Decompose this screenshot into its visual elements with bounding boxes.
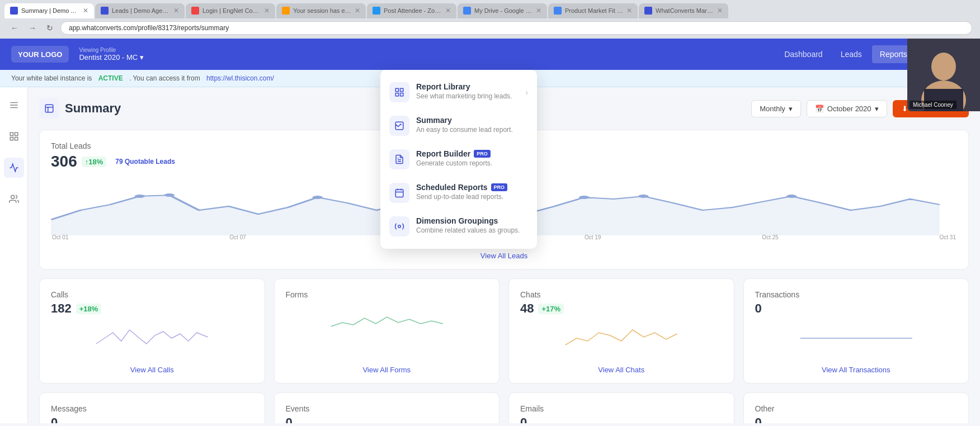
transactions-number: 0 <box>755 301 958 316</box>
back-button[interactable]: ← <box>8 22 21 34</box>
tab-engnet[interactable]: Login | EngNet Connect ✕ <box>186 3 275 18</box>
svg-point-25 <box>135 195 145 198</box>
calls-value: 182 <box>51 301 72 316</box>
view-all-leads-link[interactable]: View All Leads <box>480 252 527 260</box>
tab-close-session[interactable]: ✕ <box>355 7 360 15</box>
tab-close-wc[interactable]: ✕ <box>717 7 723 15</box>
tab-leads[interactable]: Leads | Demo Agency ✕ <box>95 3 185 18</box>
tab-whatconverts[interactable]: WhatConverts Marketi... ✕ <box>639 3 728 18</box>
logo-area: YOUR LOGO Viewing Profile Dentist 2020 -… <box>11 46 144 63</box>
view-all-forms-link[interactable]: View All Forms <box>362 366 411 374</box>
nav-leads[interactable]: Leads <box>833 45 870 63</box>
messages-value: 0 <box>51 415 58 423</box>
tab-label-engnet: Login | EngNet Connect <box>202 7 261 14</box>
card-transactions: Transactions 0 View All Transactions <box>743 278 969 384</box>
tab-close-drive[interactable]: ✕ <box>536 7 541 15</box>
tab-favicon-wc <box>644 7 652 15</box>
page-title-area: Summary <box>39 98 121 119</box>
dropdown-dimension-groupings[interactable]: Dimension Groupings Combine related valu… <box>380 210 537 243</box>
url-display: app.whatconverts.com/profile/83173/repor… <box>69 24 229 32</box>
summary-icon <box>389 116 409 136</box>
dropdown-summary[interactable]: Summary An easy to consume lead report. <box>380 109 537 143</box>
sidebar-menu-icon[interactable] <box>4 95 24 115</box>
tab-label-wc: WhatConverts Marketi... <box>656 7 714 14</box>
calls-chart-svg <box>51 321 253 355</box>
tab-label-zoom: Post Attendee - Zoom <box>384 7 442 14</box>
profile-name-text: Dentist 2020 - MC <box>79 53 138 61</box>
tab-zoom[interactable]: Post Attendee - Zoom ✕ <box>367 3 456 18</box>
tab-favicon-zoom <box>373 7 380 15</box>
card-emails: Emails 0 View All Emails <box>508 392 734 423</box>
alert-active-badge: ACTIVE <box>98 74 123 82</box>
svg-rect-21 <box>10 138 13 140</box>
tab-drive[interactable]: My Drive - Google Drive ✕ <box>458 3 547 18</box>
nav-reports-label: Reports <box>880 50 907 59</box>
svg-point-29 <box>579 196 590 199</box>
svg-rect-3 <box>401 93 403 96</box>
forward-button[interactable]: → <box>26 22 39 34</box>
chats-chart-svg <box>520 321 723 355</box>
date-label: October 2020 <box>827 105 871 113</box>
period-button[interactable]: Monthly ▾ <box>751 100 801 117</box>
report-library-text: Report Library See what marketing bring … <box>416 82 519 100</box>
tab-product[interactable]: Product Market Fit - Goo... ✕ <box>548 3 638 18</box>
nav-dashboard[interactable]: Dashboard <box>776 45 831 63</box>
total-leads-percent: ↑18% <box>82 157 107 167</box>
svg-point-31 <box>786 195 797 198</box>
report-builder-desc: Generate custom reports. <box>416 159 528 167</box>
tab-session[interactable]: Your session has expired... ✕ <box>276 3 366 18</box>
chart-label-oct07: Oct 07 <box>229 234 246 240</box>
dimension-groupings-label: Dimension Groupings <box>416 216 528 225</box>
transactions-chart-svg <box>755 321 958 355</box>
sidebar-users-icon[interactable] <box>4 189 24 209</box>
tab-close-leads[interactable]: ✕ <box>173 7 179 15</box>
tab-favicon-session <box>282 7 290 15</box>
calls-percent: +18% <box>76 304 102 314</box>
emails-number: 0 <box>520 415 723 423</box>
svg-point-27 <box>312 196 323 199</box>
tab-summary[interactable]: Summary | Demo Agency ✕ <box>4 3 94 18</box>
tab-close-engnet[interactable]: ✕ <box>264 7 270 15</box>
viewing-profile-label: Viewing Profile <box>79 47 144 53</box>
tab-label-drive: My Drive - Google Drive <box>474 7 533 14</box>
date-button[interactable]: 📅 October 2020 ▾ <box>807 100 887 117</box>
svg-point-30 <box>638 195 649 198</box>
view-all-calls-link[interactable]: View All Calls <box>130 366 174 374</box>
tab-close-zoom[interactable]: ✕ <box>445 7 451 15</box>
logo-box: YOUR LOGO <box>11 46 69 63</box>
view-all-chats-link[interactable]: View All Chats <box>598 366 644 374</box>
address-bar[interactable]: app.whatconverts.com/profile/83173/repor… <box>60 21 972 35</box>
report-builder-pro-badge: PRO <box>474 150 491 158</box>
quotable-leads-link[interactable]: 79 Quotable Leads <box>115 158 175 165</box>
tab-close-product[interactable]: ✕ <box>626 7 632 15</box>
tab-label-product: Product Market Fit - Goo... <box>565 7 623 14</box>
view-all-transactions-link[interactable]: View All Transactions <box>822 366 891 374</box>
summary-text: Summary An easy to consume lead report. <box>416 116 528 134</box>
tab-label-session: Your session has expired... <box>293 7 351 14</box>
alert-url-link[interactable]: https://wl.thisicon.com/ <box>206 74 274 82</box>
dropdown-report-builder[interactable]: Report Builder PRO Generate custom repor… <box>380 143 537 176</box>
tab-close-summary[interactable]: ✕ <box>83 7 88 15</box>
profile-name-dropdown[interactable]: Dentist 2020 - MC ▾ <box>79 53 144 61</box>
download-icon: ⬇ <box>902 105 908 113</box>
dimension-groupings-text: Dimension Groupings Combine related valu… <box>416 216 528 234</box>
reload-button[interactable]: ↻ <box>44 22 56 34</box>
svg-point-11 <box>398 225 401 228</box>
profile-area: Viewing Profile Dentist 2020 - MC ▾ <box>79 47 144 61</box>
alert-text2: . You can access it from <box>129 74 200 82</box>
dropdown-scheduled-reports[interactable]: Scheduled Reports PRO Send up-to-date le… <box>380 176 537 210</box>
sidebar-reports-icon[interactable] <box>4 158 24 178</box>
report-library-icon <box>389 82 409 102</box>
sidebar-dashboard-icon[interactable] <box>4 126 24 146</box>
dropdown-report-library[interactable]: Report Library See what marketing bring … <box>380 75 537 109</box>
tab-favicon <box>10 7 18 15</box>
tab-favicon-product <box>554 7 562 15</box>
page-title: Summary <box>65 101 121 116</box>
events-value: 0 <box>286 415 293 423</box>
logo-text: YOUR LOGO <box>18 50 62 59</box>
webcam-name-label: Michael Cooney <box>910 101 957 109</box>
other-title: Other <box>755 404 958 413</box>
scheduled-reports-label: Scheduled Reports PRO <box>416 183 528 192</box>
address-bar-row: ← → ↻ app.whatconverts.com/profile/83173… <box>4 18 976 39</box>
chats-number: 48 +17% <box>520 301 723 316</box>
